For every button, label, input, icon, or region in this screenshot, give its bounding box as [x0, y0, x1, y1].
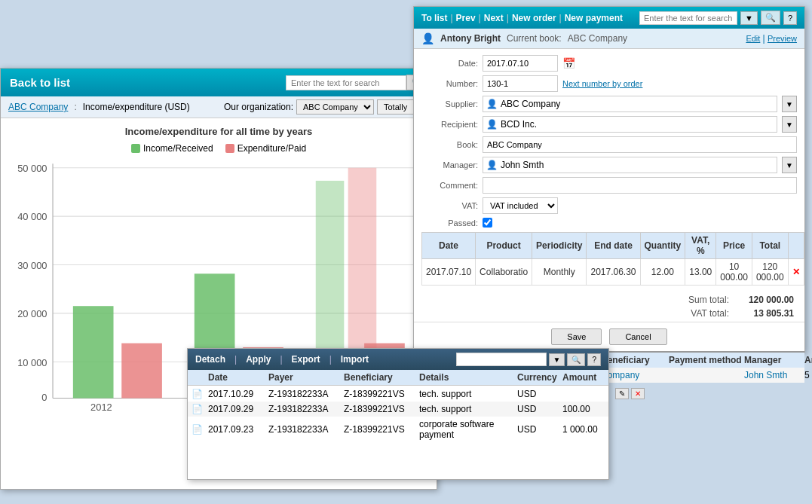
- save-button[interactable]: Save: [551, 328, 602, 345]
- plh-amount: Amount: [562, 372, 615, 383]
- ph-beneficiary: Beneficiary: [601, 355, 669, 365]
- back-search-input[interactable]: [286, 75, 406, 90]
- number-label: Number:: [421, 79, 478, 88]
- payment-list-header: Date Payer Beneficiary Details Currency …: [188, 370, 608, 386]
- plh-payer: Payer: [268, 372, 344, 383]
- sum-total-label: Sum total:: [688, 295, 729, 305]
- new-payment-link[interactable]: New payment: [565, 13, 623, 23]
- col-price: Price: [716, 233, 752, 259]
- entity-name: Antony Bright: [440, 33, 501, 44]
- legend-expenditure: Expenditure/Paid: [225, 143, 306, 154]
- col-date: Date: [422, 233, 476, 259]
- book-label: Current book:: [507, 33, 562, 44]
- comment-label: Comment:: [421, 181, 478, 190]
- passed-checkbox[interactable]: [483, 218, 492, 228]
- preview-link[interactable]: Preview: [768, 34, 797, 43]
- next-number-link[interactable]: Next number by order: [562, 79, 642, 88]
- new-order-link[interactable]: New order: [512, 13, 556, 23]
- vat-total-value: 13 805.31: [734, 308, 794, 319]
- manager-dropdown[interactable]: ▼: [782, 157, 797, 173]
- book-input[interactable]: [483, 136, 797, 153]
- svg-text:40 000: 40 000: [17, 211, 47, 222]
- prev-link[interactable]: Prev: [456, 13, 476, 23]
- export-link[interactable]: Export: [292, 354, 320, 365]
- ph-paymethod: Payment method: [669, 355, 744, 365]
- payment-help-btn[interactable]: ?: [587, 353, 601, 366]
- filter-button[interactable]: ▼: [740, 11, 758, 25]
- entity-book: ABC Company: [568, 33, 627, 44]
- legend-income: Income/Received: [131, 143, 213, 154]
- row2-payer: Z-193182233A: [268, 404, 344, 414]
- vat-row: VAT: VAT included VAT excluded No VAT: [421, 197, 797, 214]
- cancel-button[interactable]: Cancel: [609, 328, 666, 345]
- delete-row-button[interactable]: ✕: [792, 267, 800, 277]
- org-selector: Our organization: ABC Company Totally Mo…: [224, 99, 429, 115]
- row2-amount: 100.00: [562, 404, 615, 414]
- manager-value: John Smth: [501, 160, 774, 170]
- back-search-bar: 🔍: [286, 75, 427, 90]
- back-to-list-title[interactable]: Back to list: [10, 76, 70, 89]
- vat-select[interactable]: VAT included VAT excluded No VAT: [483, 197, 558, 214]
- bar-2012-expenditure: [121, 344, 162, 399]
- next-link[interactable]: Next: [484, 13, 504, 23]
- row3-payer: Z-193182233A: [268, 424, 344, 435]
- row1-currency: USD: [517, 389, 562, 399]
- cell-enddate: 2017.06.30: [587, 259, 640, 286]
- supplier-icon: 👤: [486, 99, 498, 109]
- supplier-dropdown[interactable]: ▼: [782, 96, 797, 112]
- breadcrumb-company[interactable]: ABC Company: [8, 102, 68, 112]
- row1-date: 2017.10.29: [208, 389, 268, 399]
- col-vat: VAT, %: [685, 233, 716, 259]
- ph-manager: Manager: [744, 355, 804, 365]
- items-table: Date Product Periodicity End date Quanti…: [421, 232, 804, 286]
- row2-details: tech. support: [419, 404, 517, 414]
- row3-currency: USD: [517, 424, 562, 435]
- form-panel: To list | Prev | Next | New order | New …: [413, 6, 805, 353]
- svg-text:0: 0: [41, 392, 47, 403]
- comment-input[interactable]: [483, 177, 797, 194]
- cell-periodicity: Monthly: [532, 259, 587, 286]
- to-list-link[interactable]: To list: [421, 13, 447, 23]
- svg-text:30 000: 30 000: [17, 260, 47, 271]
- form-search-area: ▼ 🔍 ?: [639, 11, 797, 25]
- calendar-icon[interactable]: 📅: [562, 57, 575, 69]
- payment-list-row-1: 📄 2017.10.29 Z-193182233A Z-18399221VS t…: [188, 386, 608, 402]
- date-label: Date:: [421, 59, 478, 68]
- recipient-row: Recipient: 👤 BCD Inc. ▼: [421, 116, 797, 133]
- col-total: Total: [752, 233, 788, 259]
- row2-beneficiary: Z-18399221VS: [344, 404, 419, 414]
- recipient-dropdown[interactable]: ▼: [782, 116, 797, 133]
- row3-icon: 📄: [192, 424, 208, 435]
- date-row: Date: 📅: [421, 55, 797, 72]
- payment-search-btn[interactable]: 🔍: [567, 353, 585, 366]
- comment-row: Comment:: [421, 177, 797, 194]
- sum-total-row: Sum total: 120 000.00: [688, 295, 794, 305]
- passed-row: Passed:: [421, 218, 797, 228]
- date-input[interactable]: [483, 55, 558, 72]
- svg-text:10 000: 10 000: [17, 357, 47, 368]
- help-button[interactable]: ?: [783, 11, 797, 25]
- pr-manager: John Smth: [744, 370, 804, 380]
- apply-link[interactable]: Apply: [246, 354, 271, 365]
- row1-payer: Z-193182233A: [268, 389, 344, 399]
- search-button[interactable]: 🔍: [761, 11, 780, 25]
- detach-link[interactable]: Detach: [195, 354, 225, 365]
- form-search-input[interactable]: [639, 11, 737, 25]
- row1-edit-btn[interactable]: ✎: [615, 388, 629, 399]
- vat-total-row: VAT total: 13 805.31: [691, 308, 794, 319]
- row1-icon: 📄: [192, 389, 208, 399]
- number-input[interactable]: [483, 75, 558, 92]
- edit-link[interactable]: Edit: [746, 34, 760, 43]
- supplier-row: Supplier: 👤 ABC Company ▼: [421, 96, 797, 112]
- org-select[interactable]: ABC Company: [296, 99, 374, 115]
- supplier-label: Supplier:: [421, 99, 478, 108]
- row1-del-btn[interactable]: ✕: [631, 388, 645, 399]
- col-periodicity: Periodicity: [532, 233, 587, 259]
- row3-amount: 1 000.00: [562, 424, 615, 435]
- payment-search-input[interactable]: [456, 353, 547, 366]
- payment-list-row-2: 📄 2017.09.29 Z-193182233A Z-18399221VS t…: [188, 402, 608, 417]
- pr-paymethod: [669, 370, 744, 380]
- expenditure-dot: [225, 144, 234, 153]
- import-link[interactable]: Import: [341, 354, 369, 365]
- payment-filter-btn[interactable]: ▼: [549, 353, 565, 366]
